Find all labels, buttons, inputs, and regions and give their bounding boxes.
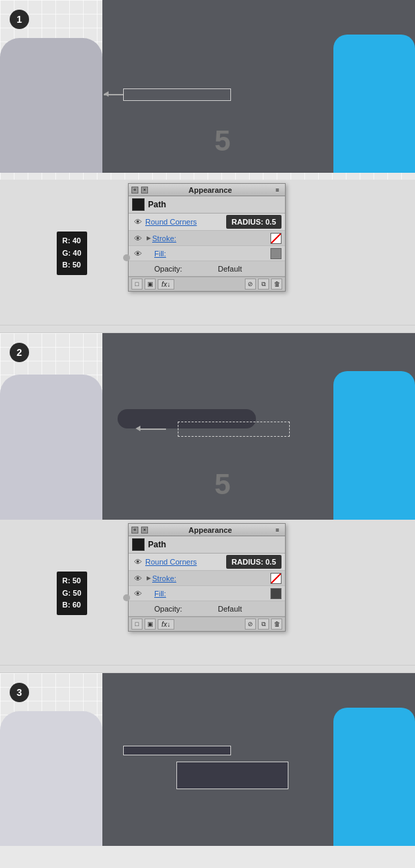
round-corners-row-2: 👁 Round Corners RADIUS: 0.5 xyxy=(129,554,285,571)
fill-swatch-2[interactable] xyxy=(270,588,282,599)
panel-close-btn-1[interactable]: × xyxy=(141,187,148,194)
opacity-value-2: Default xyxy=(218,605,282,613)
step-badge-1: 1 xyxy=(10,10,29,29)
eye-icon-rc-2[interactable]: 👁 xyxy=(132,556,143,567)
panel-close-btn-2[interactable]: × xyxy=(141,527,148,534)
connector-dot-1 xyxy=(123,254,130,261)
toolbar-copy-2[interactable]: ⧉ xyxy=(258,619,269,630)
panel-title-1: Appearance xyxy=(189,186,232,194)
canvas-1: 5 xyxy=(0,0,415,173)
stroke-swatch-1[interactable] xyxy=(270,233,282,244)
toolbar-trash-2[interactable]: 🗑 xyxy=(271,619,282,630)
panel-toolbar-2: □ ▣ fx↓ ⊘ ⧉ 🗑 xyxy=(129,616,285,631)
fx-btn-2[interactable]: fx↓ xyxy=(158,619,174,630)
section-3: 3 xyxy=(0,673,415,846)
opacity-row-1: 👁 Opacity: Default xyxy=(129,261,285,276)
fill-row-1: 👁 Fill: xyxy=(129,246,285,261)
eye-icon-stroke-1[interactable]: 👁 xyxy=(132,233,143,244)
panel-collapse-btn-1[interactable]: « xyxy=(131,187,138,194)
fx-btn-1[interactable]: fx↓ xyxy=(158,279,174,290)
divider-1 xyxy=(0,325,415,333)
triangle-stroke-2[interactable]: ▶ xyxy=(145,575,152,582)
appearance-panel-2: « × Appearance ≡ Path 👁 Round Corners RA… xyxy=(128,523,286,632)
opacity-row-2: 👁 Opacity: Default xyxy=(129,601,285,616)
color-info-1: R: 40G: 40B: 50 xyxy=(57,232,87,275)
toolbar-square-2[interactable]: □ xyxy=(131,619,142,630)
round-corners-label-2[interactable]: Round Corners xyxy=(145,558,226,566)
toolbar-stop-2[interactable]: ⊘ xyxy=(245,619,256,630)
stroke-row-2: 👁 ▶ Stroke: xyxy=(129,571,285,586)
triangle-stroke-1[interactable]: ▶ xyxy=(145,235,152,242)
path-label-2: Path xyxy=(148,540,166,549)
fill-label-2[interactable]: Fill: xyxy=(154,589,270,598)
dashed-rect-2 xyxy=(178,422,290,437)
connector-dot-2 xyxy=(123,594,130,601)
canvas-2: 5 xyxy=(0,333,415,520)
path-row-1: Path xyxy=(129,196,285,214)
right-shape-3 xyxy=(333,708,415,846)
left-shape-1 xyxy=(0,38,102,173)
toolbar-square-1[interactable]: □ xyxy=(131,279,142,290)
appearance-panel-1: « × Appearance ≡ Path 👁 Round Corners RA… xyxy=(128,183,286,292)
panel-menu-btn-1[interactable]: ≡ xyxy=(273,185,282,195)
arrow-left-2 xyxy=(138,428,166,430)
stroke-swatch-2[interactable] xyxy=(270,573,282,584)
opacity-label-2: Opacity: xyxy=(154,605,218,613)
panel-section-1: R: 40G: 40B: 50 « × Appearance ≡ Path 👁 … xyxy=(0,180,415,325)
left-shape-2 xyxy=(0,375,102,520)
section-1: 1 5 xyxy=(0,0,415,180)
toolbar-copy-1[interactable]: ⧉ xyxy=(258,279,269,290)
step-badge-2: 2 xyxy=(10,343,29,362)
arrow-left-head-1 xyxy=(104,91,109,97)
panel-collapse-btn-2[interactable]: « xyxy=(131,527,138,534)
canvas-3 xyxy=(0,673,415,846)
stroke-row-1: 👁 ▶ Stroke: xyxy=(129,231,285,246)
color-info-2: R: 50G: 50B: 60 xyxy=(57,572,87,615)
radius-tooltip-1: RADIUS: 0.5 xyxy=(226,215,282,229)
eye-icon-rc-1[interactable]: 👁 xyxy=(132,216,143,227)
toolbar-trash-1[interactable]: 🗑 xyxy=(271,279,282,290)
path-row-2: Path xyxy=(129,536,285,554)
selection-rect2-3 xyxy=(176,762,288,789)
panel-titlebar-1: « × Appearance ≡ xyxy=(129,184,285,196)
round-corners-row-1: 👁 Round Corners RADIUS: 0.5 xyxy=(129,214,285,231)
selection-rect-top-1 xyxy=(123,88,231,101)
canvas-number-1: 5 xyxy=(214,124,230,158)
path-label-1: Path xyxy=(148,200,166,209)
section-2: 2 5 xyxy=(0,333,415,520)
eye-icon-stroke-2[interactable]: 👁 xyxy=(132,573,143,584)
fill-swatch-1[interactable] xyxy=(270,248,282,259)
right-shape-1 xyxy=(333,35,415,173)
arrow-left-head-2 xyxy=(136,426,140,431)
opacity-value-1: Default xyxy=(218,265,282,273)
opacity-label-1: Opacity: xyxy=(154,265,218,273)
stroke-label-2[interactable]: Stroke: xyxy=(152,574,270,583)
panel-titlebar-2: « × Appearance ≡ xyxy=(129,524,285,536)
fill-row-2: 👁 Fill: xyxy=(129,586,285,601)
eye-icon-fill-2[interactable]: 👁 xyxy=(132,588,143,599)
eye-icon-fill-1[interactable]: 👁 xyxy=(132,248,143,259)
canvas-number-2: 5 xyxy=(214,468,230,501)
panel-title-2: Appearance xyxy=(189,526,232,534)
panel-menu-btn-2[interactable]: ≡ xyxy=(273,525,282,535)
path-icon-1 xyxy=(132,198,145,211)
path-icon-2 xyxy=(132,538,145,551)
divider-2 xyxy=(0,665,415,673)
right-shape-2 xyxy=(333,371,415,520)
fill-label-1[interactable]: Fill: xyxy=(154,249,270,258)
panel-section-2: R: 50G: 50B: 60 « × Appearance ≡ Path 👁 … xyxy=(0,520,415,665)
round-corners-label-1[interactable]: Round Corners xyxy=(145,218,226,226)
toolbar-square2-2[interactable]: ▣ xyxy=(145,619,156,630)
toolbar-stop-1[interactable]: ⊘ xyxy=(245,279,256,290)
panel-toolbar-1: □ ▣ fx↓ ⊘ ⧉ 🗑 xyxy=(129,276,285,291)
step-badge-3: 3 xyxy=(10,683,29,702)
selection-rect1-3 xyxy=(123,746,231,755)
stroke-label-1[interactable]: Stroke: xyxy=(152,234,270,243)
radius-tooltip-2: RADIUS: 0.5 xyxy=(226,555,282,569)
left-shape-3 xyxy=(0,711,102,846)
toolbar-square2-1[interactable]: ▣ xyxy=(145,279,156,290)
